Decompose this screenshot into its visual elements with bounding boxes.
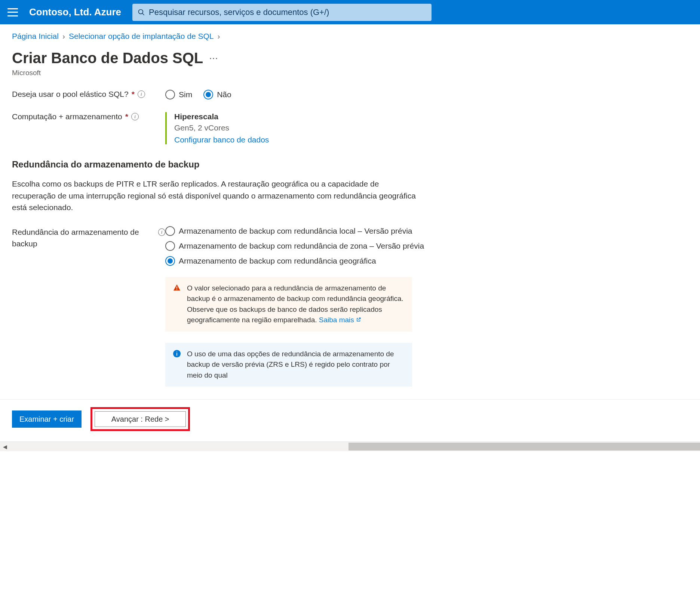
backup-option-local-label: Armazenamento de backup com redundância … — [179, 227, 412, 236]
breadcrumb-deploy-option[interactable]: Selecionar opção de implantação de SQL — [69, 32, 214, 41]
scroll-left-arrow-icon[interactable]: ◀ — [0, 442, 10, 451]
page-subtitle: Microsoft — [12, 69, 688, 77]
radio-yes-label: Sim — [179, 90, 192, 99]
compute-storage-row: Computação + armazenamento * i Hiperesca… — [12, 112, 688, 144]
backup-redundancy-label: Redundância do armazenamento de backup i — [12, 226, 165, 250]
info-text: O uso de uma das opções de redundância d… — [187, 349, 405, 381]
compute-spec: Gen5, 2 vCores — [174, 123, 688, 132]
top-bar: Contoso, Ltd. Azure — [0, 0, 700, 24]
radio-unselected-icon — [165, 241, 175, 251]
radio-no-label: Não — [217, 90, 231, 99]
warning-text-body: O valor selecionado para a redundância d… — [187, 284, 403, 324]
search-input[interactable] — [149, 7, 426, 17]
page-title: Criar Banco de Dados SQL — [12, 50, 203, 67]
next-network-button[interactable]: Avançar : Rede > — [95, 411, 186, 427]
compute-storage-label: Computação + armazenamento * i — [12, 112, 165, 121]
svg-rect-3 — [176, 289, 177, 290]
elastic-pool-radio-group: Sim Não — [165, 90, 688, 99]
compute-tier: Hiperescala — [174, 112, 688, 121]
required-asterisk: * — [125, 112, 128, 121]
backup-redundancy-label-text: Redundância do armazenamento de backup — [12, 226, 155, 250]
backup-option-zone-label: Armazenamento de backup com redundância … — [179, 242, 424, 250]
page-title-row: Criar Banco de Dados SQL ⋯ — [12, 50, 688, 67]
info-icon[interactable]: i — [158, 228, 165, 236]
info-icon[interactable]: i — [131, 113, 139, 120]
review-create-button[interactable]: Examinar + criar — [12, 410, 82, 428]
breadcrumb: Página Inicial › Selecionar opção de imp… — [12, 32, 688, 41]
svg-line-1 — [142, 13, 144, 15]
elastic-pool-label-text: Deseja usar o pool elástico SQL? — [12, 90, 129, 99]
breadcrumb-home[interactable]: Página Inicial — [12, 32, 59, 41]
radio-unselected-icon — [165, 90, 175, 99]
elastic-pool-row: Deseja usar o pool elástico SQL? * i Sim… — [12, 90, 688, 99]
learn-more-label: Saiba mais — [319, 316, 354, 324]
info-circle-icon — [173, 350, 181, 358]
radio-selected-icon — [203, 90, 213, 99]
radio-selected-icon — [165, 256, 175, 266]
svg-rect-5 — [176, 353, 177, 356]
backup-redundancy-options: Armazenamento de backup com redundância … — [165, 226, 688, 387]
main-content: Página Inicial › Selecionar opção de imp… — [0, 24, 700, 387]
compute-summary-card: Hiperescala Gen5, 2 vCores Configurar ba… — [165, 112, 688, 144]
elastic-pool-label: Deseja usar o pool elástico SQL? * i — [12, 90, 165, 99]
more-actions-icon[interactable]: ⋯ — [209, 53, 219, 64]
backup-option-zone[interactable]: Armazenamento de backup com redundância … — [165, 241, 688, 251]
chevron-right-icon: › — [218, 32, 220, 41]
warning-triangle-icon — [173, 284, 181, 292]
brand-label[interactable]: Contoso, Ltd. Azure — [29, 6, 121, 18]
chevron-right-icon: › — [62, 32, 65, 41]
compute-storage-label-text: Computação + armazenamento — [12, 112, 122, 121]
required-asterisk: * — [132, 90, 135, 99]
info-icon[interactable]: i — [138, 90, 145, 98]
hamburger-menu-icon[interactable] — [7, 8, 18, 16]
geo-redundancy-warning-alert: O valor selecionado para a redundância d… — [165, 277, 412, 332]
elastic-pool-yes[interactable]: Sim — [165, 90, 192, 99]
learn-more-link[interactable]: Saiba mais — [319, 316, 361, 324]
wizard-footer: Examinar + criar Avançar : Rede > — [0, 399, 700, 442]
warning-text: O valor selecionado para a redundância d… — [187, 283, 405, 326]
configure-database-link[interactable]: Configurar banco de dados — [174, 135, 269, 144]
backup-redundancy-heading: Redundância do armazenamento de backup — [12, 159, 688, 170]
svg-point-0 — [139, 9, 143, 14]
preview-redundancy-info-alert: O uso de uma das opções de redundância d… — [165, 343, 412, 387]
global-search[interactable] — [132, 4, 432, 21]
search-icon — [138, 9, 145, 16]
scrollbar-thumb[interactable] — [349, 443, 700, 450]
backup-option-local[interactable]: Armazenamento de backup com redundância … — [165, 226, 688, 236]
svg-rect-6 — [176, 351, 177, 352]
svg-rect-2 — [176, 286, 177, 289]
elastic-pool-no[interactable]: Não — [203, 90, 231, 99]
backup-redundancy-description: Escolha como os backups de PITR e LTR se… — [12, 178, 416, 213]
backup-redundancy-row: Redundância do armazenamento de backup i… — [12, 226, 688, 387]
radio-unselected-icon — [165, 226, 175, 236]
horizontal-scrollbar[interactable]: ◀ — [0, 442, 700, 451]
next-button-highlight: Avançar : Rede > — [90, 407, 190, 431]
external-link-icon — [356, 317, 361, 322]
backup-option-geo[interactable]: Armazenamento de backup com redundância … — [165, 256, 688, 266]
backup-option-geo-label: Armazenamento de backup com redundância … — [179, 256, 376, 265]
compute-storage-value: Hiperescala Gen5, 2 vCores Configurar ba… — [165, 112, 688, 144]
